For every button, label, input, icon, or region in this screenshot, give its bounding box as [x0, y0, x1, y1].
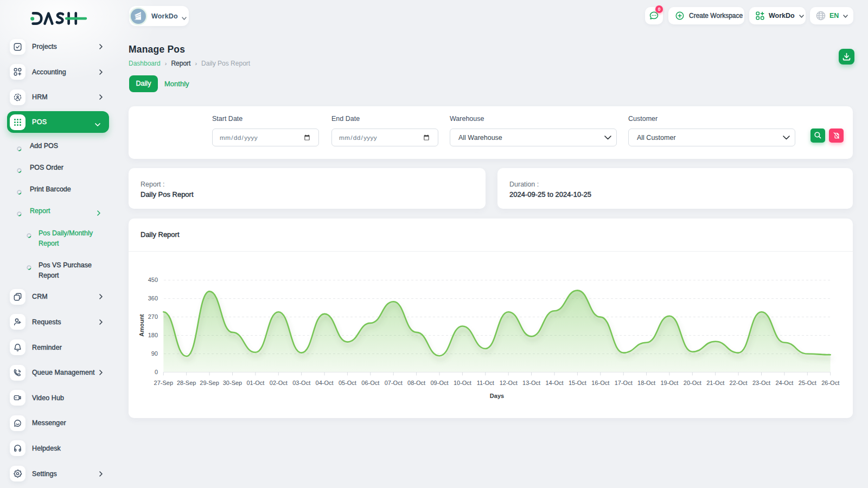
svg-text:Amount: Amount: [138, 314, 145, 337]
svg-text:23-Oct: 23-Oct: [752, 380, 770, 386]
svg-text:01-Oct: 01-Oct: [246, 380, 264, 386]
svg-text:0: 0: [155, 369, 158, 375]
svg-text:09-Oct: 09-Oct: [430, 380, 448, 386]
svg-text:18-Oct: 18-Oct: [637, 380, 655, 386]
svg-text:22-Oct: 22-Oct: [730, 380, 748, 386]
svg-text:25-Oct: 25-Oct: [799, 380, 816, 386]
svg-text:13-Oct: 13-Oct: [522, 380, 540, 386]
svg-text:16-Oct: 16-Oct: [591, 380, 609, 386]
svg-text:Days: Days: [490, 393, 504, 399]
svg-text:17-Oct: 17-Oct: [615, 380, 633, 386]
svg-text:04-Oct: 04-Oct: [316, 380, 334, 386]
svg-text:08-Oct: 08-Oct: [407, 380, 425, 386]
svg-text:15-Oct: 15-Oct: [569, 380, 586, 386]
svg-text:21-Oct: 21-Oct: [706, 380, 724, 386]
svg-text:10-Oct: 10-Oct: [454, 380, 471, 386]
svg-text:28-Sep: 28-Sep: [177, 380, 196, 386]
svg-text:14-Oct: 14-Oct: [545, 380, 563, 386]
svg-text:12-Oct: 12-Oct: [500, 380, 518, 386]
svg-text:19-Oct: 19-Oct: [660, 380, 678, 386]
svg-text:360: 360: [148, 295, 158, 301]
svg-text:90: 90: [151, 350, 158, 357]
svg-text:05-Oct: 05-Oct: [339, 380, 356, 386]
svg-text:07-Oct: 07-Oct: [385, 380, 403, 386]
svg-text:180: 180: [148, 332, 158, 338]
svg-text:30-Sep: 30-Sep: [223, 380, 242, 386]
svg-text:26-Oct: 26-Oct: [821, 380, 839, 386]
svg-text:03-Oct: 03-Oct: [292, 380, 310, 386]
svg-text:20-Oct: 20-Oct: [684, 380, 701, 386]
svg-text:29-Sep: 29-Sep: [200, 380, 219, 386]
svg-text:06-Oct: 06-Oct: [361, 380, 379, 386]
svg-text:270: 270: [148, 313, 158, 320]
svg-text:450: 450: [148, 277, 158, 283]
svg-text:11-Oct: 11-Oct: [477, 380, 494, 386]
svg-text:24-Oct: 24-Oct: [775, 380, 793, 386]
svg-text:27-Sep: 27-Sep: [154, 380, 173, 386]
svg-text:02-Oct: 02-Oct: [270, 380, 288, 386]
